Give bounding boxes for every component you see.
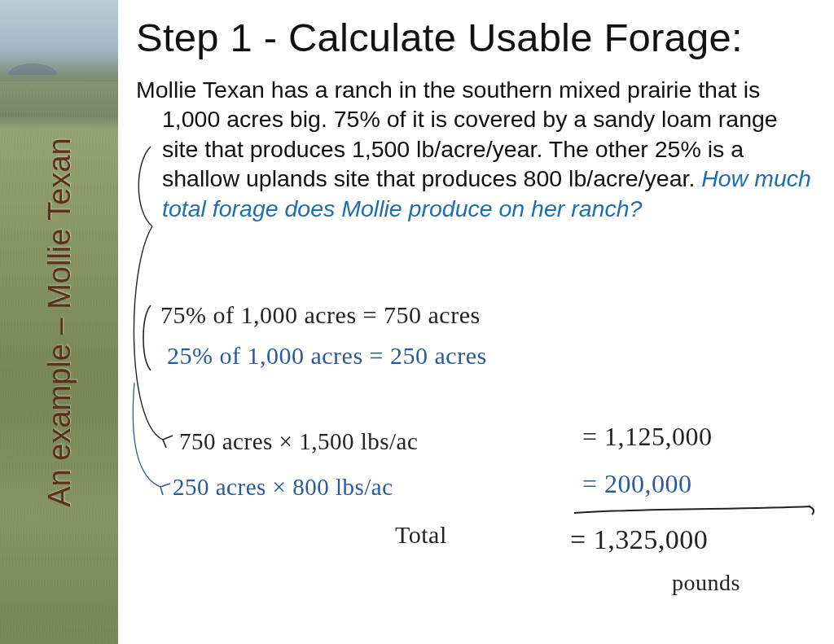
calc-line-3a: 750 acres × 1,500 lbs/ac [179,428,418,455]
calc-line-1: 75% of 1,000 acres = 750 acres [160,301,481,329]
total-label: Total [395,521,447,549]
sidebar-photo: An example – Mollie Texan [0,0,118,644]
total-value: = 1,325,000 [570,524,708,555]
horizon-mountain [8,64,57,75]
calc-line-2: 25% of 1,000 acres = 250 acres [167,342,487,370]
content-area: Step 1 - Calculate Usable Forage: Mollie… [118,0,834,644]
calc-line-4b: = 200,000 [582,469,692,499]
total-unit: pounds [672,570,740,596]
slide: An example – Mollie Texan Step 1 - Calcu… [0,0,834,644]
sidebar-rotated-label: An example – Mollie Texan [42,138,77,506]
slide-title: Step 1 - Calculate Usable Forage: [136,15,829,60]
calc-line-4a: 250 acres × 800 lbs/ac [173,474,393,501]
calc-line-3b: = 1,125,000 [582,422,713,452]
problem-text: Mollie Texan has a ranch in the southern… [136,77,778,191]
problem-statement: Mollie Texan has a ranch in the southern… [136,75,812,223]
